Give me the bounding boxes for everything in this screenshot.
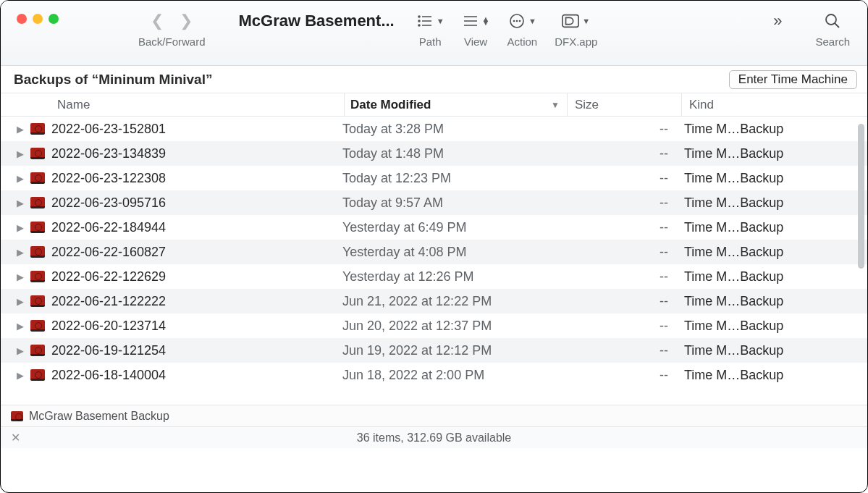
table-row[interactable]: ▶2022-06-19-121254Jun 19, 2022 at 12:12 … <box>1 338 867 363</box>
view-group: ▲▼ View <box>462 9 490 48</box>
row-kind: Time M…Backup <box>684 146 867 161</box>
disclosure-triangle-icon[interactable]: ▶ <box>17 321 28 332</box>
disclosure-triangle-icon[interactable]: ▶ <box>17 198 28 208</box>
row-date: Yesterday at 6:49 PM <box>342 220 570 235</box>
list-view-icon <box>462 12 479 30</box>
sync-off-icon[interactable]: ✕ <box>11 431 20 444</box>
row-kind: Time M…Backup <box>684 195 867 211</box>
table-header: Name Date Modified ▼ Size Kind <box>1 93 867 117</box>
dfx-label: DFX.app <box>555 35 597 48</box>
backup-drive-icon <box>28 345 47 356</box>
row-size: -- <box>570 343 684 358</box>
row-date: Yesterday at 4:08 PM <box>342 245 570 260</box>
chevron-down-icon: ▼ <box>582 17 590 25</box>
back-forward-label: Back/Forward <box>138 35 206 48</box>
row-date: Jun 20, 2022 at 12:37 PM <box>342 319 570 334</box>
row-kind: Time M…Backup <box>684 294 867 309</box>
row-kind: Time M…Backup <box>684 269 867 285</box>
dfx-icon <box>562 12 579 30</box>
row-date: Yesterday at 12:26 PM <box>342 269 570 285</box>
row-name: 2022-06-20-123714 <box>47 319 342 334</box>
table-row[interactable]: ▶2022-06-20-123714Jun 20, 2022 at 12:37 … <box>1 313 867 338</box>
table-row[interactable]: ▶2022-06-22-160827Yesterday at 4:08 PM--… <box>1 240 867 264</box>
row-size: -- <box>570 146 684 161</box>
backup-drive-icon <box>28 123 47 135</box>
column-kind[interactable]: Kind <box>681 93 867 116</box>
disclosure-triangle-icon[interactable]: ▶ <box>17 296 28 307</box>
enter-time-machine-button[interactable]: Enter Time Machine <box>729 70 857 89</box>
chevron-down-icon: ▼ <box>437 17 444 25</box>
row-kind: Time M…Backup <box>684 343 867 358</box>
column-date-modified[interactable]: Date Modified ▼ <box>344 93 567 116</box>
path-button[interactable]: ▼ <box>416 9 444 33</box>
row-date: Jun 21, 2022 at 12:22 PM <box>342 294 570 309</box>
svg-line-15 <box>835 23 839 28</box>
row-kind: Time M…Backup <box>684 122 867 137</box>
back-button[interactable]: ❮ <box>151 12 164 30</box>
column-name[interactable]: Name <box>57 93 344 116</box>
view-button[interactable]: ▲▼ <box>462 9 490 33</box>
scrollbar[interactable] <box>858 124 864 269</box>
table-row[interactable]: ▶2022-06-23-122308Today at 12:23 PM--Tim… <box>1 166 867 190</box>
path-bar-label: McGraw Basement Backup <box>29 410 169 423</box>
row-name: 2022-06-23-122308 <box>47 171 342 186</box>
table-row[interactable]: ▶2022-06-23-095716Today at 9:57 AM--Time… <box>1 190 867 215</box>
zoom-window-button[interactable] <box>49 14 59 24</box>
disclosure-triangle-icon[interactable]: ▶ <box>17 222 28 233</box>
table-row[interactable]: ▶2022-06-18-140004Jun 18, 2022 at 2:00 P… <box>1 363 867 387</box>
overflow-button[interactable]: » <box>769 9 786 33</box>
folder-title: Backups of “Mininum Minival” <box>14 72 212 88</box>
svg-point-10 <box>513 20 515 22</box>
table-row[interactable]: ▶2022-06-23-134839Today at 1:48 PM--Time… <box>1 141 867 166</box>
minimize-window-button[interactable] <box>33 14 43 24</box>
row-size: -- <box>570 319 684 334</box>
disclosure-triangle-icon[interactable]: ▶ <box>17 173 28 184</box>
forward-button[interactable]: ❯ <box>180 12 193 30</box>
window-title: McGraw Basement... <box>206 9 416 30</box>
close-window-button[interactable] <box>17 14 27 24</box>
file-listing[interactable]: ▶2022-06-23-152801Today at 3:28 PM--Time… <box>1 117 867 405</box>
column-size[interactable]: Size <box>567 93 681 116</box>
status-bar: ✕ 36 items, 312.69 GB available <box>1 426 867 448</box>
row-name: 2022-06-22-184944 <box>47 220 342 235</box>
drive-icon <box>11 411 23 421</box>
backup-drive-icon <box>28 295 47 307</box>
row-date: Today at 1:48 PM <box>342 146 570 161</box>
row-kind: Time M…Backup <box>684 368 867 383</box>
sort-descending-icon: ▼ <box>551 100 560 110</box>
backup-drive-icon <box>28 369 47 381</box>
disclosure-triangle-icon[interactable]: ▶ <box>17 271 28 282</box>
disclosure-triangle-icon[interactable]: ▶ <box>17 148 28 159</box>
row-size: -- <box>570 122 684 137</box>
table-row[interactable]: ▶2022-06-21-122222Jun 21, 2022 at 12:22 … <box>1 289 867 313</box>
ellipsis-circle-icon <box>508 12 526 30</box>
disclosure-triangle-icon[interactable]: ▶ <box>17 345 28 356</box>
search-label: Search <box>815 35 850 48</box>
row-kind: Time M…Backup <box>684 245 867 260</box>
path-bar[interactable]: McGraw Basement Backup <box>1 405 867 426</box>
path-label: Path <box>419 35 442 48</box>
svg-point-12 <box>519 20 521 22</box>
toolbar: ❮ ❯ Back/Forward McGraw Basement... ▼ Pa… <box>1 1 867 66</box>
disclosure-triangle-icon[interactable]: ▶ <box>17 124 28 135</box>
dfx-button[interactable]: ▼ <box>562 9 590 33</box>
row-size: -- <box>570 195 684 211</box>
search-icon <box>824 12 841 30</box>
search-button[interactable] <box>824 9 841 33</box>
disclosure-triangle-icon[interactable]: ▶ <box>17 247 28 258</box>
chevrons-right-icon: » <box>769 12 786 30</box>
backup-drive-icon <box>28 320 47 332</box>
disclosure-triangle-icon[interactable]: ▶ <box>17 370 28 381</box>
row-name: 2022-06-23-134839 <box>47 146 342 161</box>
row-size: -- <box>570 269 684 285</box>
row-name: 2022-06-19-121254 <box>47 343 342 358</box>
chevron-down-icon: ▼ <box>528 17 536 25</box>
row-date: Today at 3:28 PM <box>342 122 570 137</box>
table-row[interactable]: ▶2022-06-22-184944Yesterday at 6:49 PM--… <box>1 215 867 240</box>
action-button[interactable]: ▼ <box>508 9 536 33</box>
table-row[interactable]: ▶2022-06-23-152801Today at 3:28 PM--Time… <box>1 117 867 141</box>
table-row[interactable]: ▶2022-06-22-122629Yesterday at 12:26 PM-… <box>1 264 867 289</box>
backup-drive-icon <box>28 246 47 258</box>
row-date: Today at 9:57 AM <box>342 195 570 211</box>
view-label: View <box>464 35 487 48</box>
